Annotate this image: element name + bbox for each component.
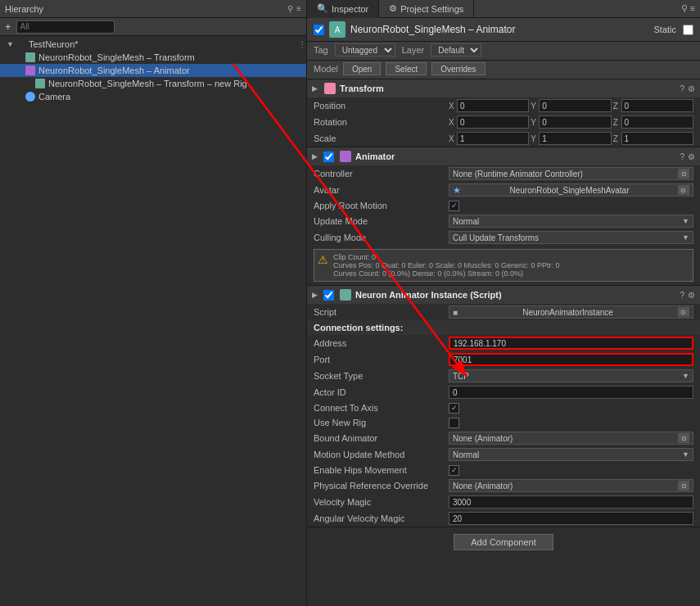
angular-velocity-input[interactable] <box>449 512 693 525</box>
address-input[interactable] <box>449 337 693 350</box>
pos-z-input[interactable] <box>621 99 693 112</box>
z-label: Z <box>613 134 621 143</box>
tab-lock-icons: ⚲ ≡ <box>676 3 700 14</box>
pos-y-input[interactable] <box>539 99 611 112</box>
add-component-button[interactable]: Add Component <box>454 534 553 550</box>
hierarchy-tree: ▼ TestNeuron* ⋮ NeuronRobot_SingleMesh –… <box>0 36 306 606</box>
camera-icon <box>25 91 36 102</box>
scale-z-input[interactable] <box>621 132 693 145</box>
object-active-checkbox[interactable] <box>314 25 324 35</box>
settings-icon[interactable]: ⚙ <box>688 291 695 300</box>
hierarchy-header: Hierarchy ⚲ ≡ <box>0 0 306 18</box>
script-icon <box>339 288 352 301</box>
animator-active-checkbox[interactable] <box>323 152 334 162</box>
warning-text: Clip Count: 0 Curves Pos: 0 Quat: 0 Eule… <box>333 253 560 278</box>
port-input[interactable] <box>449 353 693 366</box>
layer-dropdown[interactable]: Default <box>431 43 481 57</box>
script-pick-button[interactable]: ⊙ <box>678 307 689 317</box>
connect-to-axis-checkbox[interactable] <box>449 403 459 414</box>
rot-z-input[interactable] <box>621 115 693 129</box>
rot-x-input[interactable] <box>457 115 529 129</box>
script-label: Script <box>314 307 449 317</box>
address-label: Address <box>314 338 449 348</box>
model-open-button[interactable]: Open <box>343 62 381 75</box>
tree-menu-icon[interactable]: ⋮ <box>298 40 306 49</box>
tag-dropdown[interactable]: Untagged <box>335 43 395 57</box>
apply-root-motion-label: Apply Root Motion <box>314 201 449 210</box>
model-select-button[interactable]: Select <box>386 62 427 75</box>
menu-icon: ≡ <box>296 4 301 13</box>
pos-z-item: Z <box>613 99 693 112</box>
section-arrow: ▶ <box>312 84 320 93</box>
dropdown-arrow: ▼ <box>682 233 689 242</box>
controller-pick-button[interactable]: ⊙ <box>678 169 689 179</box>
tree-arrow: ▼ <box>7 40 15 48</box>
enable-hips-label: Enable Hips Movement <box>314 465 449 475</box>
tree-item-neuron-transform-rig[interactable]: NeuronRobot_SingleMesh – Transform – new… <box>0 77 306 90</box>
help-icon[interactable]: ? <box>680 152 684 161</box>
controller-row: Controller None (Runtime Animator Contro… <box>307 165 700 182</box>
bound-animator-pick-button[interactable]: ⊙ <box>678 433 689 443</box>
phys-ref-text: None (Animator) <box>453 482 513 491</box>
animator-section-header[interactable]: ▶ Animator ? ⚙ <box>307 147 700 165</box>
transform-section-header[interactable]: ▶ Transform ? ⚙ <box>307 79 700 97</box>
tree-item-neuron-transform[interactable]: NeuronRobot_SingleMesh – Transform <box>0 51 306 64</box>
static-checkbox[interactable] <box>683 25 693 35</box>
angular-velocity-value <box>449 512 693 525</box>
culling-mode-dropdown[interactable]: Cull Update Transforms ▼ <box>449 231 693 244</box>
apply-root-motion-checkbox[interactable] <box>449 201 459 211</box>
rotation-row: Rotation X Y Z <box>307 114 700 130</box>
avatar-pick-button[interactable]: ⊙ <box>678 185 689 195</box>
pos-x-input[interactable] <box>457 99 529 112</box>
transform-title: Transform <box>340 84 676 93</box>
settings-icon[interactable]: ⚙ <box>688 84 695 93</box>
update-mode-row: Update Mode Normal ▼ <box>307 213 700 229</box>
neuron-script-section: ▶ Neuron Animator Instance (Script) ? ⚙ … <box>307 286 700 527</box>
hierarchy-search-input[interactable] <box>16 20 115 34</box>
use-new-rig-label: Use New Rig <box>314 418 449 427</box>
scale-value: X Y Z <box>449 132 693 145</box>
tab-project-settings-label: Project Settings <box>400 4 463 14</box>
tab-inspector[interactable]: 🔍 Inspector <box>307 0 379 18</box>
animator-section-icon <box>339 150 352 163</box>
position-row: Position X Y Z <box>307 97 700 114</box>
controller-value-text: None (Runtime Animator Controller) <box>453 170 583 179</box>
address-row: Address <box>307 335 700 351</box>
neuron-active-checkbox[interactable] <box>323 290 334 301</box>
position-value: X Y Z <box>449 99 693 112</box>
motion-update-label: Motion Update Method <box>314 450 449 459</box>
help-icon[interactable]: ? <box>680 84 684 93</box>
use-new-rig-checkbox[interactable] <box>449 418 459 428</box>
bound-animator-text: None (Animator) <box>453 434 513 443</box>
tab-project-settings[interactable]: ⚙ Project Settings <box>379 0 474 18</box>
scale-y-input[interactable] <box>539 132 611 145</box>
angular-velocity-row: Angular Velocity Magic <box>307 510 700 527</box>
rot-y-input[interactable] <box>539 115 611 129</box>
socket-type-dropdown[interactable]: TCP ▼ <box>449 369 693 382</box>
enable-hips-checkbox[interactable] <box>449 465 459 476</box>
tree-label: TestNeuron* <box>29 39 79 49</box>
enable-hips-row: Enable Hips Movement <box>307 463 700 477</box>
velocity-magic-input[interactable] <box>449 495 693 509</box>
model-row: Model Open Select Overrides <box>307 61 700 79</box>
neuron-script-header[interactable]: ▶ Neuron Animator Instance (Script) ? ⚙ <box>307 286 700 304</box>
tree-item-camera[interactable]: Camera <box>0 90 306 103</box>
tree-item-neuron-animator[interactable]: NeuronRobot_SingleMesh – Animator <box>0 64 306 77</box>
inspector-tabs: 🔍 Inspector ⚙ Project Settings ⚲ ≡ <box>307 0 700 18</box>
apply-root-motion-value <box>449 201 693 211</box>
object-header: A NeuronRobot_SingleMesh – Animator Stat… <box>307 18 700 42</box>
scale-x-input[interactable] <box>457 132 529 145</box>
model-overrides-button[interactable]: Overrides <box>431 62 485 75</box>
phys-ref-label: Physical Reference Override <box>314 481 449 491</box>
section-arrow: ▶ <box>312 152 320 161</box>
actor-id-input[interactable] <box>449 386 693 399</box>
add-object-button[interactable]: + <box>5 20 11 33</box>
motion-update-dropdown[interactable]: Normal ▼ <box>449 448 693 461</box>
update-mode-dropdown[interactable]: Normal ▼ <box>449 215 693 228</box>
tree-item-testneuron[interactable]: ▼ TestNeuron* ⋮ <box>0 38 306 51</box>
apply-root-motion-row: Apply Root Motion <box>307 198 700 213</box>
settings-icon[interactable]: ⚙ <box>688 152 695 161</box>
phys-ref-pick-button[interactable]: ⊙ <box>678 481 689 491</box>
help-icon[interactable]: ? <box>680 291 684 300</box>
phys-ref-row: Physical Reference Override None (Animat… <box>307 477 700 494</box>
